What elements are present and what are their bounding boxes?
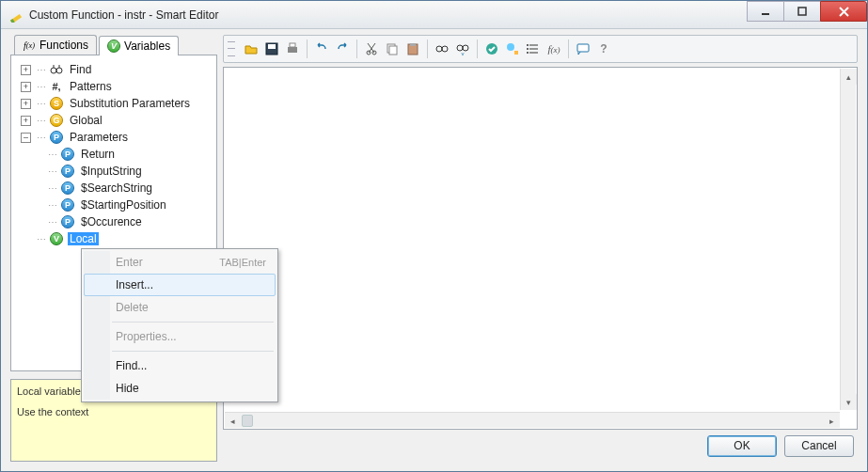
validate-icon[interactable]: [481, 39, 502, 59]
save-icon[interactable]: [261, 39, 282, 59]
binoculars-icon: [49, 62, 64, 77]
undo-icon[interactable]: [311, 39, 332, 59]
tree-label: $SearchString: [79, 181, 154, 195]
tree-label: Parameters: [68, 131, 130, 144]
tree-label: Return: [79, 148, 117, 161]
print-icon[interactable]: [282, 39, 303, 59]
ok-label: OK: [734, 439, 750, 452]
global-icon: G: [49, 113, 64, 128]
ok-button[interactable]: OK: [707, 435, 777, 457]
tree-label: Global: [68, 114, 104, 127]
tree-node-parameters[interactable]: – ⋯ P Parameters: [15, 129, 213, 146]
highlight-icon[interactable]: [502, 39, 523, 59]
find-variable-icon[interactable]: v: [452, 39, 473, 59]
tree-node-return[interactable]: ⋯ P Return: [32, 146, 213, 163]
window-title: Custom Function - instr - Smart Editor: [29, 8, 748, 22]
expand-icon[interactable]: +: [21, 99, 31, 109]
tab-functions-label: Functions: [39, 39, 88, 52]
list-icon[interactable]: [523, 39, 544, 59]
svg-text:v: v: [462, 51, 465, 56]
ctx-enter: Enter TAB|Enter: [84, 251, 276, 274]
svg-point-28: [507, 43, 514, 51]
maximize-button[interactable]: [783, 1, 821, 22]
tree-node-patterns[interactable]: + ⋯ #, Patterns: [15, 78, 213, 95]
scroll-up-icon[interactable]: ▴: [841, 69, 857, 85]
collapse-icon[interactable]: –: [21, 133, 31, 143]
variables-tab-icon: V: [107, 39, 120, 53]
svg-point-6: [51, 68, 56, 73]
app-icon: [8, 8, 24, 23]
param-icon: P: [60, 197, 75, 212]
local-icon: V: [49, 231, 64, 246]
scroll-left-icon[interactable]: ◂: [225, 413, 241, 429]
comment-icon[interactable]: [573, 39, 593, 59]
window-buttons: [748, 1, 867, 28]
close-button[interactable]: [820, 1, 867, 22]
editor-area[interactable]: ▴ ▾ ◂ ▸: [223, 67, 858, 430]
dialog-buttons: OK Cancel: [223, 430, 858, 462]
horizontal-scrollbar[interactable]: ◂ ▸: [225, 412, 840, 428]
ctx-label: Enter: [116, 256, 143, 269]
tree-node-local[interactable]: ⋯ V Local: [15, 230, 213, 247]
cut-icon[interactable]: [361, 39, 382, 59]
param-icon: P: [60, 164, 75, 179]
expand-icon[interactable]: +: [21, 116, 31, 126]
expand-icon[interactable]: +: [21, 82, 31, 92]
tree-label: Find: [68, 63, 93, 76]
svg-rect-19: [389, 46, 397, 55]
param-icon: P: [60, 181, 75, 196]
tree-label: $Occurence: [79, 215, 144, 228]
svg-point-7: [56, 68, 62, 73]
fx-icon[interactable]: f(x): [544, 39, 564, 59]
find-icon[interactable]: [432, 39, 452, 59]
tab-bar: f(x) Functions V Variables: [10, 35, 217, 55]
toolbar-grip[interactable]: [228, 39, 235, 59]
tree-node-startingposition[interactable]: ⋯ P $StartingPosition: [32, 197, 213, 213]
tree-node-substitution[interactable]: + ⋯ S Substitution Parameters: [15, 95, 213, 112]
cancel-label: Cancel: [801, 439, 836, 452]
tab-variables[interactable]: V Variables: [99, 36, 179, 55]
tree-label: $InputString: [79, 165, 144, 178]
param-icon: P: [60, 214, 75, 229]
tab-functions[interactable]: f(x) Functions: [14, 35, 97, 55]
copy-icon[interactable]: [382, 39, 402, 59]
tree-label-selected: Local: [68, 232, 99, 245]
scroll-right-icon[interactable]: ▸: [824, 413, 840, 429]
tree-node-global[interactable]: + ⋯ G Global: [15, 112, 213, 129]
expand-icon[interactable]: +: [21, 65, 31, 75]
ctx-label: Delete: [116, 301, 149, 314]
ctx-label: Find...: [116, 359, 147, 372]
tree-node-find[interactable]: + ⋯ Find: [15, 61, 213, 78]
redo-icon[interactable]: [332, 39, 353, 59]
open-icon[interactable]: [241, 39, 261, 59]
toolbar: v f(x) ?: [223, 35, 858, 63]
svg-point-23: [442, 46, 448, 52]
hash-icon: #,: [49, 79, 64, 94]
ctx-find[interactable]: Find...: [84, 354, 276, 377]
tree-node-searchstring[interactable]: ⋯ P $SearchString: [32, 180, 213, 197]
svg-rect-36: [577, 44, 589, 52]
window-frame: Custom Function - instr - Smart Editor f…: [0, 0, 868, 472]
ctx-hide[interactable]: Hide: [84, 377, 276, 400]
ctx-insert[interactable]: Insert...: [84, 274, 276, 296]
scroll-thumb[interactable]: [242, 415, 253, 427]
svg-point-22: [436, 46, 442, 52]
param-icon: P: [49, 130, 64, 145]
ctx-shortcut: TAB|Enter: [219, 257, 266, 268]
param-icon: P: [60, 147, 75, 162]
help-icon[interactable]: ?: [593, 39, 614, 59]
paste-icon[interactable]: [402, 39, 423, 59]
tree-node-occurence[interactable]: ⋯ P $Occurence: [32, 213, 213, 230]
ctx-label: Insert...: [116, 278, 153, 291]
minimize-button[interactable]: [747, 1, 784, 22]
title-bar: Custom Function - instr - Smart Editor: [1, 1, 867, 29]
tree-label: $StartingPosition: [79, 198, 168, 212]
vertical-scrollbar[interactable]: ▴ ▾: [840, 69, 856, 410]
scroll-down-icon[interactable]: ▾: [841, 394, 857, 410]
ctx-label: Hide: [116, 382, 139, 395]
tree-node-inputstring[interactable]: ⋯ P $InputString: [32, 163, 213, 180]
substitution-icon: S: [49, 96, 64, 111]
svg-point-34: [527, 48, 529, 50]
context-menu: Enter TAB|Enter Insert... Delete Propert…: [81, 248, 278, 402]
cancel-button[interactable]: Cancel: [784, 435, 854, 457]
